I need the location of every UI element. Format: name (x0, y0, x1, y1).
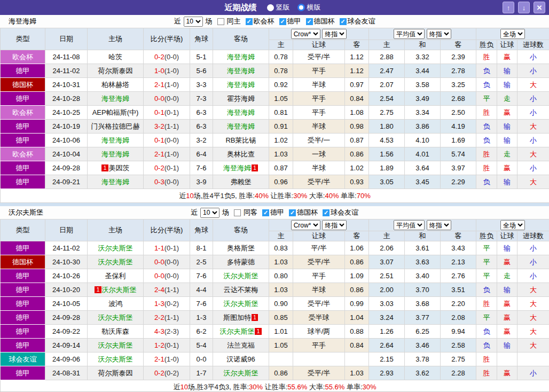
halftime-score: (1-1) (164, 313, 179, 322)
handicap-result-cell: 输 (497, 134, 517, 147)
home-team-name: 沃尔夫斯堡 (98, 355, 133, 363)
sub-goals: 进球数 (517, 40, 549, 50)
score-cell: 3-2(1-1) (144, 120, 190, 134)
average-select[interactable]: 平均值 (394, 220, 425, 230)
red-card-badge: 1 (252, 314, 258, 321)
league-filter-item[interactable]: ✓德国杯 (286, 208, 318, 217)
goals-result-cell: 大 (517, 147, 549, 161)
match-row: 欧会杯 24-10-25 AEP帕福斯(中) 0-1(0-1) 6-3 海登海姆… (1, 106, 549, 120)
same-venue-checkbox[interactable] (234, 209, 241, 216)
goals-result-cell: 大 (517, 120, 549, 134)
summary-segment: 近 (173, 383, 180, 391)
league-filter-item[interactable]: ✓球会友谊 (319, 208, 358, 217)
layout-radio-horizontal[interactable]: 横版 (297, 3, 321, 12)
recent-count-select[interactable]: 10 (184, 17, 203, 27)
result-value: 负 (483, 341, 490, 349)
goals-result-value: 小 (530, 53, 537, 61)
col-score: 比分(半场) (144, 28, 190, 50)
avg-away: 3.25 (441, 78, 476, 92)
handicap-result-cell: 输 (497, 175, 517, 189)
match-row: 德甲 24-10-28 海登海姆 0-0(0-0) 7-3 霍芬海姆 1.05 … (1, 92, 549, 106)
league-filter-label: 球会友谊 (348, 17, 375, 26)
league-filter-item[interactable]: ✓德甲 (276, 17, 301, 26)
halftime-score: (2-3) (164, 327, 179, 335)
same-venue-checkbox[interactable] (217, 18, 224, 25)
final-odds-select[interactable]: 终指 (322, 29, 347, 39)
checkbox-checked-icon[interactable]: ✓ (246, 18, 253, 25)
halftime-score: (0-2) (164, 369, 179, 377)
result-cell: 平 (476, 269, 497, 283)
home-team-cell: 海登海姆 (88, 147, 144, 161)
checkbox-checked-icon[interactable]: ✓ (279, 18, 286, 25)
final-odds-select[interactable]: 终指 (322, 220, 347, 230)
checkbox-checked-icon[interactable]: ✓ (262, 209, 269, 216)
arrow-down-icon[interactable]: ↓ (518, 2, 530, 13)
average-group-header: 平均值 终指 (369, 219, 476, 231)
home-team-cell: 荷尔斯泰因 (88, 366, 144, 380)
recent-count-select[interactable]: 10 (200, 208, 219, 218)
layout-radio-vertical[interactable]: 竖版 (267, 3, 290, 12)
bookmaker-select[interactable]: Crow* (291, 29, 320, 39)
goals-result-value: 小 (530, 369, 537, 377)
summary-segment: 单率: (339, 192, 356, 200)
final-odds-select-2[interactable]: 终指 (427, 29, 451, 39)
avg-home: 1.56 (369, 147, 405, 161)
home-team-cell: 勒沃库森 (88, 325, 144, 339)
league-filter-item[interactable]: ✓球会友谊 (336, 17, 375, 26)
arrow-up-icon[interactable]: ↑ (503, 2, 514, 13)
home-team-cell: 沃尔夫斯堡 (88, 311, 144, 325)
handicap-result-cell: 赢 (497, 325, 517, 339)
halftime-score: (0-1) (164, 164, 179, 172)
league-badge: 德甲 (1, 134, 45, 147)
summary-segment: 让胜率: (263, 383, 287, 391)
avg-draw: 3.32 (405, 50, 441, 64)
goals-result-value: 大 (530, 341, 537, 349)
checkbox-checked-icon[interactable]: ✓ (340, 18, 347, 25)
radio-selected-icon[interactable] (297, 4, 305, 11)
handicap-result-cell: 走 (497, 269, 517, 283)
team-name: 海登海姆 (9, 17, 36, 26)
league-filter-label: 德甲 (287, 17, 301, 26)
score-cell: 1-3(0-2) (144, 297, 190, 311)
fullmatch-select[interactable]: 全场 (500, 220, 525, 230)
same-venue-label: 同主 (227, 17, 241, 26)
close-icon[interactable]: ✕ (534, 2, 545, 13)
handicap-result-cell: 输 (497, 339, 517, 352)
fulltime-score: 3-2 (154, 122, 164, 130)
summary-segment: 场,胜3平4负3, 胜率: (188, 383, 249, 391)
radio-unselected-icon[interactable] (267, 4, 274, 11)
handicap-result-cell: 输 (497, 120, 517, 134)
avg-home: 3.24 (369, 311, 405, 325)
checkbox-checked-icon[interactable]: ✓ (289, 209, 296, 216)
avg-away: 2.29 (441, 175, 476, 189)
league-badge: 德甲 (1, 161, 45, 175)
summary-segment: 近 (179, 192, 186, 200)
odds-away: 0.97 (345, 78, 369, 92)
avg-home: 3.07 (369, 255, 405, 269)
final-odds-select-2[interactable]: 终指 (427, 220, 451, 230)
red-card-badge: 1 (95, 286, 101, 293)
odds-away: 0.86 (345, 255, 369, 269)
away-team-name: 奥林比查 (227, 150, 255, 158)
match-date: 24-10-26 (45, 269, 88, 283)
league-filter-item[interactable]: ✓欧会杯 (242, 17, 274, 26)
sub-avg-draw: 和 (405, 40, 441, 50)
avg-home: 2.75 (369, 106, 405, 120)
score-cell: 1-0(1-0) (144, 64, 190, 78)
away-team-cell: 海登海姆 (213, 78, 269, 92)
checkbox-checked-icon[interactable]: ✓ (323, 209, 330, 216)
match-row: 德甲 24-11-02 荷尔斯泰因 1-0(1-0) 5-6 海登海姆 0.78… (1, 64, 549, 78)
fullmatch-select[interactable]: 全场 (500, 29, 525, 39)
league-filter-item[interactable]: ✓德国杯 (303, 17, 335, 26)
halftime-score: (1-0) (164, 355, 179, 363)
odds-away: 0.84 (345, 339, 369, 352)
league-filter-item[interactable]: ✓德甲 (259, 208, 284, 217)
league-badge: 德甲 (1, 92, 45, 106)
checkbox-checked-icon[interactable]: ✓ (306, 18, 313, 25)
sub-avg-away: 客 (441, 40, 476, 50)
average-select[interactable]: 平均值 (394, 29, 425, 39)
avg-away: 3.97 (441, 161, 476, 175)
result-cell: 负 (476, 283, 497, 297)
bookmaker-select[interactable]: Crow* (291, 220, 320, 230)
odds-handicap: 半球 (293, 283, 345, 297)
